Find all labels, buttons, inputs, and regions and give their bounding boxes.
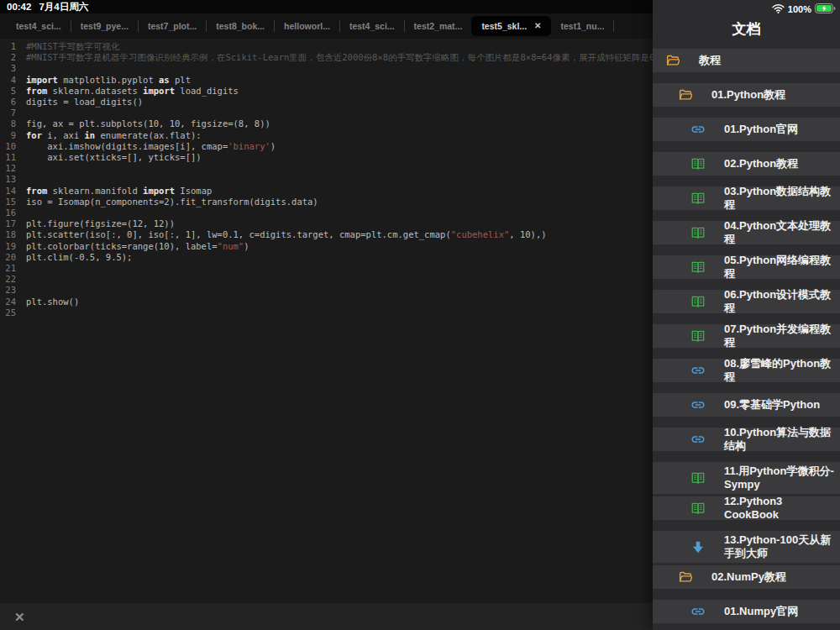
status-indicators: 100% xyxy=(772,2,836,17)
tree-item-label: 10.Python算法与数据结构 xyxy=(724,426,840,454)
code-line-10[interactable]: 10 axi.imshow(digits.images[i], cmap='bi… xyxy=(0,141,653,152)
sidebar-title: 文档 xyxy=(653,19,840,39)
code-line-24[interactable]: 24plt.show() xyxy=(0,297,653,307)
tree-item[interactable]: 09.零基础学Python xyxy=(653,393,840,417)
tree-item-label: 03.Python数据结构教程 xyxy=(724,185,840,213)
tab-label: test9_pye... xyxy=(81,21,129,31)
code-line-14[interactable]: 14from sklearn.manifold import Isomap xyxy=(0,186,653,197)
tab-separator xyxy=(613,20,614,32)
tree-item[interactable]: 01.Python官网 xyxy=(653,118,840,141)
code-line-7[interactable]: 7 xyxy=(0,108,653,118)
tab-test7-plot[interactable]: test7_plot... xyxy=(139,16,206,36)
book-icon xyxy=(690,470,706,486)
line-number: 1 xyxy=(0,41,16,52)
status-bar: 00:42 7月4日周六 xyxy=(0,0,653,13)
tree-item-label: 04.Python文本处理教程 xyxy=(724,219,840,247)
download-icon xyxy=(690,539,706,554)
line-number: 19 xyxy=(0,241,16,252)
code-text: for i, axi in enumerate(ax.flat): xyxy=(26,130,202,141)
code-line-17[interactable]: 17plt.figure(figsize=(12, 12)) xyxy=(0,218,653,229)
tree-item[interactable]: 04.Python文本处理教程 xyxy=(653,221,840,244)
line-number: 8 xyxy=(0,118,16,129)
code-line-19[interactable]: 19plt.colorbar(ticks=range(10), label="n… xyxy=(0,241,653,252)
tree-item-label: 06.Python设计模式教程 xyxy=(724,288,840,316)
tab-test8-bok[interactable]: test8_bok... xyxy=(207,16,274,36)
code-line-11[interactable]: 11 axi.set(xticks=[], yticks=[]) xyxy=(0,152,653,163)
tree-item[interactable]: 02.Python教程 xyxy=(653,152,840,176)
tree-item[interactable]: 11.用Python学微积分-Sympy xyxy=(653,462,840,494)
line-number: 21 xyxy=(0,263,16,274)
tab-test1-nu[interactable]: test1_nu... xyxy=(551,16,613,36)
battery-percent: 100% xyxy=(788,4,811,14)
line-number: 15 xyxy=(0,197,16,207)
book-icon xyxy=(690,294,706,309)
tree-item[interactable]: 02.NumPy教程 xyxy=(653,565,840,589)
line-number: 14 xyxy=(0,186,16,197)
code-line-16[interactable]: 16 xyxy=(0,207,653,218)
link-icon xyxy=(690,432,706,447)
code-area[interactable]: 1#MNIST手写数字可视化2#MNIST手写数字是机器学习图像识别经典示例，在… xyxy=(0,39,653,603)
code-line-2[interactable]: 2#MNIST手写数字是机器学习图像识别经典示例，在Scikit-Learn里面… xyxy=(0,52,653,63)
tab-test9-pye[interactable]: test9_pye... xyxy=(71,16,138,36)
line-number: 7 xyxy=(0,108,16,118)
tab-label: test1_nu... xyxy=(560,21,604,31)
code-line-23[interactable]: 23 xyxy=(0,285,653,296)
tree-item-label: 11.用Python学微积分-Sympy xyxy=(724,465,840,492)
line-number: 13 xyxy=(0,174,16,185)
book-icon xyxy=(690,225,706,240)
code-line-3[interactable]: 3 xyxy=(0,63,653,74)
tree-item-label: 05.Python网络编程教程 xyxy=(724,254,840,281)
tree-item[interactable]: 10.Python算法与数据结构 xyxy=(653,428,840,451)
folder-icon xyxy=(665,53,680,68)
code-line-12[interactable]: 12 xyxy=(0,163,653,174)
code-text: plt.scatter(iso[:, 0], iso[:, 1], lw=0.1… xyxy=(26,229,547,240)
tree-item[interactable]: 教程 xyxy=(653,49,840,72)
tree-item[interactable]: 06.Python设计模式教程 xyxy=(653,290,840,313)
code-line-5[interactable]: 5from sklearn.datasets import load_digit… xyxy=(0,86,653,97)
tab-test4-sci[interactable]: test4_sci... xyxy=(340,16,404,36)
tab-label: test8_bok... xyxy=(216,21,265,31)
code-line-8[interactable]: 8fig, ax = plt.subplots(10, 10, figsize=… xyxy=(0,118,653,129)
line-number: 23 xyxy=(0,285,16,296)
tree-item[interactable]: 08.廖雪峰的Python教程 xyxy=(653,359,840,382)
code-line-15[interactable]: 15iso = Isomap(n_components=2).fit_trans… xyxy=(0,197,653,207)
code-line-25[interactable]: 25 xyxy=(0,307,653,318)
line-number: 4 xyxy=(0,75,16,86)
tree-item-label: 07.Python并发编程教程 xyxy=(724,323,840,350)
code-line-4[interactable]: 4import matplotlib.pyplot as plt xyxy=(0,75,653,86)
tree-item[interactable]: 12.Python3 CookBook xyxy=(653,496,840,520)
book-icon xyxy=(690,501,706,516)
tab-close-icon[interactable]: ✕ xyxy=(534,22,541,30)
code-line-13[interactable]: 13 xyxy=(0,174,653,185)
line-number: 11 xyxy=(0,152,16,163)
tree-item[interactable]: 13.Python-100天从新手到大师 xyxy=(653,531,840,563)
tree-item[interactable]: 05.Python网络编程教程 xyxy=(653,255,840,279)
tab-label: helloworl... xyxy=(284,21,330,31)
status-date: 7月4日周六 xyxy=(39,1,88,13)
tab-helloworl[interactable]: helloworl... xyxy=(275,16,339,36)
code-line-9[interactable]: 9for i, axi in enumerate(ax.flat): xyxy=(0,130,653,141)
tab-test5-skl[interactable]: test5_skl...✕ xyxy=(471,16,551,36)
tree-item[interactable]: 01.Numpy官网 xyxy=(653,600,840,623)
line-number: 12 xyxy=(0,163,16,174)
tree-item[interactable]: 07.Python并发编程教程 xyxy=(653,324,840,348)
code-line-20[interactable]: 20plt.clim(-0.5, 9.5); xyxy=(0,252,653,263)
battery-icon xyxy=(815,2,836,17)
code-line-21[interactable]: 21 xyxy=(0,263,653,274)
book-icon xyxy=(690,191,706,206)
code-line-18[interactable]: 18plt.scatter(iso[:, 0], iso[:, 1], lw=0… xyxy=(0,229,653,240)
close-panel-button[interactable]: ✕ xyxy=(14,611,25,623)
tree-item[interactable]: 01.Python教程 xyxy=(653,83,840,107)
tree-item-label: 13.Python-100天从新手到大师 xyxy=(724,533,840,561)
tree-item-label: 02.NumPy教程 xyxy=(711,570,791,584)
tab-test2-mat[interactable]: test2_mat... xyxy=(405,16,472,36)
tree-item[interactable]: 03.Python数据结构教程 xyxy=(653,186,840,210)
code-line-6[interactable]: 6digits = load_digits() xyxy=(0,97,653,108)
document-tree: 教程01.Python教程01.Python官网02.Python教程03.Py… xyxy=(653,49,840,630)
line-number: 18 xyxy=(0,229,16,240)
code-line-1[interactable]: 1#MNIST手写数字可视化 xyxy=(0,41,653,52)
tab-test4-sci[interactable]: test4_sci... xyxy=(7,16,71,36)
line-number: 25 xyxy=(0,307,16,318)
code-line-22[interactable]: 22 xyxy=(0,274,653,285)
code-text: axi.set(xticks=[], yticks=[]) xyxy=(26,152,202,163)
